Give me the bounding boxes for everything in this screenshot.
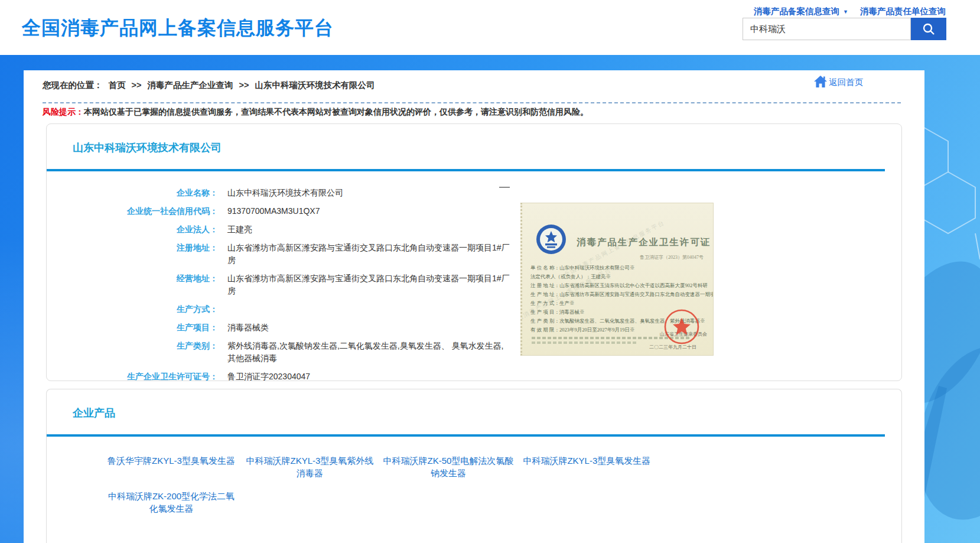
hygiene-license-certificate-image: 全国消毒产品网上备案信息服务平台 全国消毒产品网上备案信息服务平台 消毒产品生产… bbox=[520, 203, 714, 356]
company-fields: 企业名称： 山东中科瑞沃环境技术有限公司 企业统一社会信用代码： 9137070… bbox=[47, 187, 566, 407]
dashed-separator bbox=[43, 102, 901, 103]
breadcrumb: 您现在的位置： 首页 >> 消毒产品生产企业查询 >> 山东中科瑞沃环境技术有限… bbox=[43, 80, 379, 91]
card-divider bbox=[47, 169, 885, 171]
company-info-card: 山东中科瑞沃环境技术有限公司 企业名称： 山东中科瑞沃环境技术有限公司 企业统一… bbox=[46, 123, 902, 381]
certificate-line: 单 位 名 称：山东中科瑞沃环境技术有限公司※ bbox=[530, 264, 714, 272]
field-value: 消毒器械类 bbox=[227, 321, 269, 334]
product-link[interactable]: 鲁沃华宇牌ZKYL-3型臭氧发生器 bbox=[106, 454, 237, 467]
national-emblem-icon bbox=[535, 223, 567, 258]
risk-warning-text: 本网站仅基于已掌握的信息提供查询服务，查询结果不代表本网站对被查询对象信用状况的… bbox=[84, 107, 588, 116]
breadcrumb-home[interactable]: 首页 bbox=[109, 80, 126, 90]
breadcrumb-separator: >> bbox=[132, 80, 142, 90]
field-value: 紫外线消毒器,次氯酸钠发生器,二氧化氯发生器,臭氧发生器、 臭氧水发生器,其他器… bbox=[227, 340, 510, 365]
nav-filing-info-query-label: 消毒产品备案信息查询 bbox=[754, 6, 839, 17]
product-list: 鲁沃华宇牌ZKYL-3型臭氧发生器 中科瑞沃牌ZKYL-3型臭氧紫外线消毒器 中… bbox=[106, 454, 673, 525]
breadcrumb-separator: >> bbox=[239, 80, 249, 90]
certificate-line: 生 产 方 式：生产※ bbox=[530, 299, 714, 308]
product-link[interactable]: 中科瑞沃牌ZK-200型化学法二氧化氯发生器 bbox=[106, 490, 237, 515]
home-icon bbox=[813, 75, 828, 88]
field-row-registered-address: 注册地址： 山东省潍坊市高新区潍安路与宝通街交叉路口东北角自动变速器一期项目1#… bbox=[47, 242, 566, 266]
breadcrumb-section[interactable]: 消毒产品生产企业查询 bbox=[148, 80, 233, 90]
product-link[interactable]: 中科瑞沃牌ZKYL-3型臭氧紫外线消毒器 bbox=[244, 454, 375, 479]
search-bar bbox=[743, 18, 946, 40]
field-label: 企业法人： bbox=[47, 223, 218, 236]
company-name-title: 山东中科瑞沃环境技术有限公司 bbox=[73, 141, 222, 155]
field-value: 鲁卫消证字202304047 bbox=[227, 370, 310, 383]
red-seal-icon bbox=[663, 308, 700, 347]
search-input[interactable] bbox=[743, 18, 911, 40]
field-row-production-mode: 生产方式： bbox=[47, 303, 566, 316]
back-home-label: 返回首页 bbox=[829, 77, 863, 88]
field-label: 生产企业卫生许可证号： bbox=[47, 370, 218, 383]
field-label: 生产方式： bbox=[47, 303, 218, 316]
field-value: 王建亮 bbox=[227, 223, 252, 236]
page-header: 全国消毒产品网上备案信息服务平台 消毒产品备案信息查询 ▼ 消毒产品责任单位查询 bbox=[0, 0, 980, 55]
breadcrumb-prefix: 您现在的位置： bbox=[43, 80, 103, 90]
field-label: 企业名称： bbox=[47, 187, 218, 199]
field-value: 山东中科瑞沃环境技术有限公司 bbox=[227, 187, 343, 199]
field-row-credit-code: 企业统一社会信用代码： 91370700MA3M3U1QX7 bbox=[47, 205, 566, 217]
field-row-production-project: 生产项目： 消毒器械类 bbox=[47, 321, 566, 334]
certificate-footnote bbox=[532, 342, 638, 344]
field-row-business-address: 经营地址： 山东省潍坊市高新区潍安路与宝通街交叉路口东北角自动变速器一期项目1#… bbox=[47, 272, 566, 297]
field-value: 山东省潍坊市高新区潍安路与宝通街交叉路口东北角自动变速器一期项目1#厂房 bbox=[227, 272, 510, 297]
product-link[interactable]: 中科瑞沃牌ZK-50型电解法次氯酸钠发生器 bbox=[383, 454, 514, 479]
field-value: 山东省潍坊市高新区潍安路与宝通街交叉路口东北角自动变速器一期项目1#厂房 bbox=[227, 242, 510, 266]
risk-warning: 风险提示：本网站仅基于已掌握的信息提供查询服务，查询结果不代表本网站对被查询对象… bbox=[43, 107, 588, 118]
search-icon bbox=[922, 22, 936, 36]
search-button[interactable] bbox=[911, 18, 946, 40]
field-row-company-name: 企业名称： 山东中科瑞沃环境技术有限公司 bbox=[47, 187, 566, 199]
field-row-legal-person: 企业法人： 王建亮 bbox=[47, 223, 566, 236]
certificate-line: 法定代表人（或负责人）：王建亮※ bbox=[530, 272, 714, 281]
certificate-number: 鲁卫消证字（2023）第04047号 bbox=[640, 254, 704, 261]
nav-filing-info-query[interactable]: 消毒产品备案信息查询 ▼ bbox=[754, 6, 848, 17]
product-link[interactable]: 中科瑞沃牌ZKYL-3型臭氧发生器 bbox=[521, 454, 652, 467]
risk-warning-label: 风险提示： bbox=[43, 107, 84, 116]
scan-artifact-dash bbox=[499, 187, 510, 188]
nav-responsible-unit-query[interactable]: 消毒产品责任单位查询 bbox=[860, 6, 946, 17]
content-panel: 您现在的位置： 首页 >> 消毒产品生产企业查询 >> 山东中科瑞沃环境技术有限… bbox=[24, 70, 924, 543]
top-nav: 消毒产品备案信息查询 ▼ 消毒产品责任单位查询 bbox=[754, 6, 946, 17]
field-label: 企业统一社会信用代码： bbox=[47, 205, 218, 217]
field-label: 生产项目： bbox=[47, 321, 218, 334]
field-label: 经营地址： bbox=[47, 272, 218, 297]
company-products-card: 企业产品 鲁沃华宇牌ZKYL-3型臭氧发生器 中科瑞沃牌ZKYL-3型臭氧紫外线… bbox=[46, 389, 902, 543]
field-label: 生产类别： bbox=[47, 340, 218, 365]
field-row-license-number: 生产企业卫生许可证号： 鲁卫消证字202304047 bbox=[47, 370, 566, 383]
chevron-down-icon: ▼ bbox=[843, 9, 848, 15]
certificate-line: 注 册 地 址：山东省潍坊高新区玉清东街以北中心次干道以西高新大厦902号科研 bbox=[530, 281, 714, 290]
field-value: 91370700MA3M3U1QX7 bbox=[227, 205, 320, 217]
field-row-production-category: 生产类别： 紫外线消毒器,次氯酸钠发生器,二氧化氯发生器,臭氧发生器、 臭氧水发… bbox=[47, 340, 566, 365]
site-title: 全国消毒产品网上备案信息服务平台 bbox=[22, 15, 334, 41]
card-divider bbox=[47, 434, 885, 437]
field-label: 注册地址： bbox=[47, 242, 218, 266]
certificate-line: 生 产 地 址：山东省潍坊市高新区潍安路与宝通街交叉路口东北角自动变速器一期项目… bbox=[530, 290, 714, 299]
products-section-title: 企业产品 bbox=[73, 406, 115, 420]
breadcrumb-current: 山东中科瑞沃环境技术有限公司 bbox=[255, 80, 375, 90]
nav-responsible-unit-query-label: 消毒产品责任单位查询 bbox=[860, 6, 946, 17]
back-home-link[interactable]: 返回首页 bbox=[813, 75, 863, 88]
certificate-title: 消毒产品生产企业卫生许可证 bbox=[577, 236, 711, 249]
